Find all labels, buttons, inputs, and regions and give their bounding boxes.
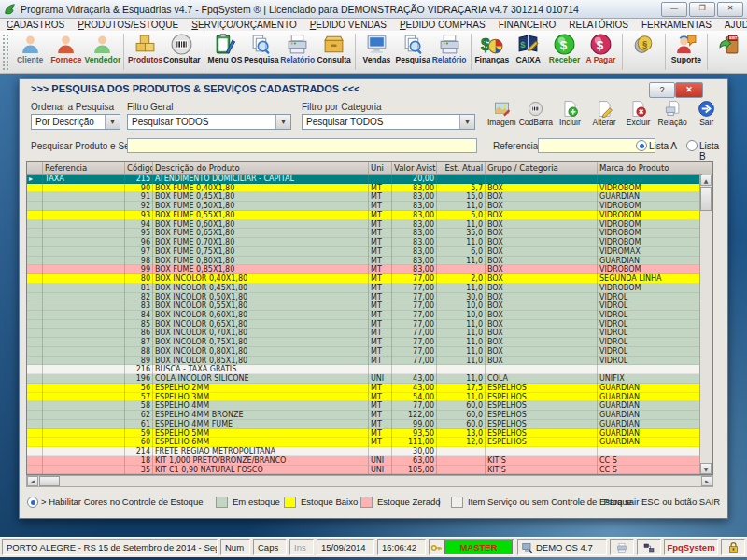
table-row[interactable]: 196COLA INCOLOR SILICONEUNI43,0011,0COLA… — [27, 374, 702, 384]
menu-pedido-vendas[interactable]: PEDIDO VENDAS — [303, 20, 393, 30]
lista-a-radio[interactable] — [636, 140, 647, 151]
table-row[interactable]: 88BOX INCOLOR 0,80X1,80MT77,0011,0BOXVID… — [27, 347, 702, 357]
table-row[interactable]: 56ESPELHO 2MMMT43,0017,5ESPELHOSGUARDIAN — [27, 384, 702, 393]
table-row[interactable]: 95BOX FUME 0,65X1,80MT83,0035,0BOXVIDROB… — [27, 229, 702, 238]
sair-button[interactable]: Sair — [689, 100, 724, 127]
table-row[interactable]: 81BOX INCOLOR 0,45X1,80MT77,0011,0BOXVID… — [27, 284, 702, 293]
toolbar-financas-button[interactable]: $ Finanças — [473, 31, 510, 73]
menu-produtos-estoque[interactable]: PRODUTOS/ESTOQUE — [71, 20, 185, 30]
codbarra-button[interactable]: CodBarra — [519, 100, 554, 127]
toolbar-pesquisa-os-button[interactable]: Pesquisa — [243, 31, 279, 73]
menu-relatorios[interactable]: RELATÓRIOS — [562, 20, 635, 30]
table-row[interactable]: 91BOX FUME 0,45X1,80MT83,0015,0BOXGUARDI… — [27, 192, 702, 202]
toolbar-cliente-button[interactable]: Cliente — [12, 31, 49, 73]
panel-close-button[interactable]: ✕ — [675, 82, 703, 98]
toolbar-menu-os-button[interactable]: Menu OS — [207, 31, 244, 73]
column-header[interactable]: Código — [125, 162, 153, 175]
excluir-button[interactable]: Excluir — [621, 100, 655, 127]
table-row[interactable]: 62ESPELHO 4MM BRONZEMT122,0060,0ESPELHOS… — [27, 411, 702, 420]
chevron-down-icon[interactable]: ▼ — [275, 115, 290, 129]
table-cell: MT — [369, 393, 392, 402]
table-row[interactable]: 60ESPELHO 6MMMT111,0012,0ESPELHOSGUARDIA… — [27, 438, 702, 447]
column-header[interactable]: Uni — [369, 162, 392, 175]
table-row[interactable]: 97BOX FUME 0,75X1,80MT83,006,0BOXVIDROMA… — [27, 247, 702, 257]
lista-b-radio[interactable] — [686, 140, 698, 151]
toolbar-consulta-button[interactable]: Consulta — [316, 31, 352, 73]
table-row[interactable]: 89BOX INCOLOR 0,85X1,80MT77,0011,0BOXVID… — [27, 357, 702, 366]
search-input[interactable] — [127, 138, 477, 153]
table-row[interactable]: 96BOX FUME 0,70X1,80MT83,0011,0BOXVIDROB… — [27, 238, 702, 247]
habilitar-cores-radio[interactable] — [27, 497, 38, 508]
table-row[interactable]: 93BOX FUME 0,55X1,80MT83,005,0BOXVIDROBO… — [27, 211, 702, 220]
table-cell: 86 — [125, 329, 153, 338]
table-row[interactable]: 83BOX INCOLOR 0,55X1,80MT77,0010,0BOXVID… — [27, 301, 702, 311]
menu-servico-orcamento[interactable]: SERVIÇO/ORÇAMENTO — [185, 20, 303, 30]
filtro-geral-select[interactable]: Pesquisar TODOS ▼ — [127, 114, 291, 130]
filtro-categoria-select[interactable]: Pesquisar TODOS ▼ — [302, 114, 475, 130]
menu-cadastros[interactable]: CADASTROS — [0, 20, 71, 30]
close-button[interactable]: ✕ — [717, 2, 743, 17]
toolbar-fornecedor-button[interactable]: Fornece — [49, 31, 85, 73]
table-row[interactable]: 85BOX INCOLOR 0,65X1,80MT77,0011,0BOXVID… — [27, 320, 702, 329]
table-row[interactable]: 86BOX INCOLOR 0,70X1,80MT77,0011,0BOXVID… — [27, 329, 702, 338]
table-row[interactable]: 98BOX FUME 0,80X1,80MT83,0011,0BOXGUARDI… — [27, 257, 702, 266]
menu-pedido-compras[interactable]: PEDIDO COMPRAS — [393, 20, 492, 30]
toolbar-relatorio-os-button[interactable]: Relatório — [279, 31, 316, 73]
panel-help-button[interactable]: ? — [649, 82, 675, 98]
toolbar-vendedor-button[interactable]: Vendedor — [84, 31, 120, 73]
alterar-button[interactable]: Alterar — [587, 100, 622, 127]
table-row[interactable]: 58ESPELHO 4MMMT77,0060,0ESPELHOSGUARDIAN — [27, 401, 702, 411]
column-header[interactable]: Est. Atual — [437, 162, 486, 175]
chevron-down-icon[interactable]: ▼ — [459, 115, 474, 129]
menu-ajuda[interactable]: AJUDA — [718, 20, 747, 30]
table-row[interactable]: 18KIT 1,000 PRETO/BRONZE/BRANCOUNI63,00K… — [27, 456, 702, 466]
table-row[interactable]: 90BOX FUME 0,40X1,80MT83,005,7BOXVIDROBO… — [27, 184, 702, 193]
table-row[interactable]: 84BOX INCOLOR 0,60X1,80MT77,0010,0BOXVID… — [27, 311, 702, 320]
toolbar-relatorio-vendas-button[interactable]: Relatório — [431, 31, 468, 73]
table-row[interactable]: 99BOX FUME 0,85X1,80MT83,00BOXVIDROBOM — [27, 265, 702, 274]
toolbar-vendas-button[interactable]: Vendas — [359, 31, 395, 73]
table-row[interactable]: 61ESPELHO 4MM FUMEMT99,0060,0ESPELHOSGUA… — [27, 420, 702, 429]
relacao-button[interactable]: Relação — [655, 100, 690, 127]
status-printer-panel[interactable] — [610, 539, 634, 555]
table-row[interactable]: 92BOX FUME 0,50X1,80MT83,0011,0BOXVIDROB… — [27, 202, 702, 211]
column-header[interactable]: Valor Avista — [392, 162, 437, 175]
table-row[interactable]: 94BOX FUME 0,60X1,80MT83,0011,0BOXVIDROB… — [27, 220, 702, 230]
table-row[interactable]: ▸TAXA215ATENDIMENTO DOMICILIAR - CAPITAL… — [27, 175, 702, 184]
column-header[interactable]: Referencia — [43, 162, 125, 175]
ordenar-select[interactable]: Por Descrição ▼ — [31, 114, 120, 130]
menu-financeiro[interactable]: FINANCEIRO — [492, 20, 563, 30]
chevron-down-icon[interactable]: ▼ — [105, 115, 120, 129]
status-lock-panel[interactable] — [721, 539, 745, 555]
toolbar-moeda-button[interactable]: § — [626, 31, 662, 73]
table-row[interactable]: 214FRETE REGIAO METROPOLITANA30,00 — [27, 447, 702, 456]
toolbar-caixa-button[interactable]: $ CAIXA — [510, 31, 546, 73]
column-header[interactable]: Grupo / Categoria — [486, 162, 598, 175]
menu-ferramentas[interactable]: FERRAMENTAS — [635, 20, 718, 30]
restore-button[interactable]: ❐ — [689, 2, 715, 17]
column-header[interactable]: Marca do Produto — [598, 162, 702, 175]
toolbar-exit-button[interactable]: EXIT — [711, 31, 747, 73]
toolbar-pesquisa-vendas-button[interactable]: Pesquisa — [395, 31, 431, 73]
horizontal-scrollbar[interactable]: ◄ ► — [26, 475, 713, 487]
table-row[interactable]: 57ESPELHO 3MMMT54,0011,0ESPELHOSGUARDIAN — [27, 393, 702, 402]
table-row[interactable]: 82BOX INCOLOR 0,50X1,80MT77,0030,0BOXVID… — [27, 293, 702, 302]
table-row[interactable]: 216BUSCA - TAXA GRATIS — [27, 365, 702, 374]
table-row[interactable]: 87BOX INCOLOR 0,75X1,80MT77,0011,0BOXVID… — [27, 338, 702, 347]
minimize-button[interactable]: — — [661, 2, 687, 17]
toolbar-receber-button[interactable]: $ Receber — [546, 31, 583, 73]
column-header[interactable]: Descrição do Produto — [153, 162, 369, 175]
toolbar-consultar-button[interactable]: Consultar — [163, 31, 201, 73]
toolbar-a-pagar-button[interactable]: $ A Pagar — [583, 31, 619, 73]
imagem-button[interactable]: Imagem — [485, 100, 519, 127]
table-row[interactable]: 35KIT C1 0,90 NATURAL FOSCOUNI105,00KIT'… — [27, 466, 702, 475]
incluir-button[interactable]: Incluir — [553, 100, 587, 127]
column-header-marker[interactable] — [27, 162, 43, 175]
table-row[interactable]: 59ESPELHO 5MMMT93,5013,0ESPELHOSGUARDIAN — [27, 429, 702, 439]
status-network-panel[interactable] — [637, 539, 661, 555]
toolbar-produtos-button[interactable]: Produtos — [127, 31, 163, 73]
toolbar-suporte-button[interactable]: Suporte — [668, 31, 704, 73]
table-row[interactable]: 80BOX INCOLOR 0,40X1,80MT77,002,0BOXSEGU… — [27, 274, 702, 284]
table-cell: COLA INCOLOR SILICONE — [153, 374, 369, 384]
vertical-scrollbar[interactable]: ▲ ▼ — [699, 175, 712, 474]
